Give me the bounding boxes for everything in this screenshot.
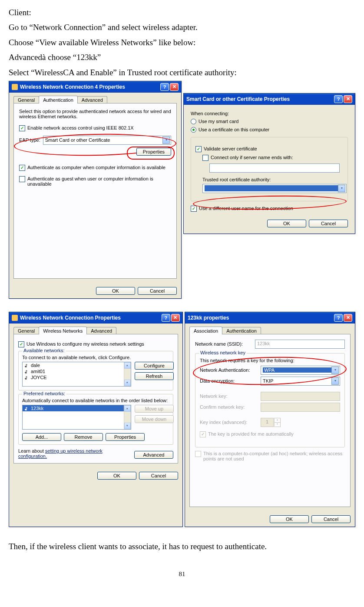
ok-button[interactable]: OK	[270, 515, 309, 523]
svg-point-2	[25, 378, 26, 380]
properties-button[interactable]: Properties	[106, 433, 145, 441]
radio-icon	[191, 119, 196, 124]
trusted-root-dropdown[interactable]: ▾	[202, 184, 347, 193]
move-down-button[interactable]: Move down	[135, 415, 174, 423]
ok-button[interactable]: OK	[96, 287, 135, 295]
checkbox-label: Connect only if server name ends with:	[211, 155, 293, 160]
scroll-down-icon[interactable]: ▾	[124, 380, 131, 386]
checkbox-auth-as-guest[interactable]: Authenticate as guest when user or compu…	[19, 176, 171, 187]
checkbox-icon: ✓	[18, 341, 24, 347]
page-number: 81	[9, 570, 355, 578]
confirm-key-input	[261, 403, 340, 412]
scroll-up-icon[interactable]: ▴	[124, 362, 131, 369]
tabs: General Wireless Networks Advanced	[13, 327, 178, 334]
checkbox-validate-cert[interactable]: ✓ Validate server certificate	[195, 146, 343, 152]
properties-button[interactable]: Properties	[136, 148, 171, 156]
checkbox-icon	[202, 155, 208, 161]
scroll-up-icon[interactable]: ▴	[124, 405, 131, 412]
trusted-root-label: Trusted root certificate authority:	[202, 177, 343, 182]
data-encryption-dropdown[interactable]: TKIP ▾	[261, 377, 340, 386]
list-item[interactable]: 123kk	[23, 405, 131, 411]
window-title: Smart Card or other Certificate Properti…	[186, 96, 290, 102]
help-icon[interactable]: ?	[334, 95, 343, 103]
ok-button[interactable]: OK	[97, 472, 136, 480]
tab-wireless-networks[interactable]: Wireless Networks	[39, 327, 87, 334]
window-title: 123kk properties	[188, 315, 229, 321]
chevron-down-icon: ▾	[331, 377, 339, 385]
tab-authentication[interactable]: Authentication	[222, 327, 261, 334]
advanced-button[interactable]: Advanced	[134, 451, 173, 459]
checkbox-connect-only-if[interactable]: Connect only if server name ends with:	[202, 155, 343, 161]
tab-association[interactable]: Association	[189, 327, 222, 334]
radio-label: Use my smart card	[199, 119, 238, 124]
list-item[interactable]: dale	[23, 362, 131, 368]
document-paragraph: Choose “View available Wireless Networks…	[9, 36, 355, 49]
checkbox-enable-8021x[interactable]: ✓ Enable network access control using IE…	[19, 125, 171, 131]
tab-general[interactable]: General	[13, 96, 39, 103]
preferred-networks-list[interactable]: 123kk ▴▾	[22, 405, 131, 430]
dialog-wireless-conn4-properties: Wireless Network Connection 4 Properties…	[9, 81, 182, 299]
tabs: General Authentication Advanced	[13, 96, 177, 103]
ok-button[interactable]: OK	[267, 220, 306, 227]
cancel-button[interactable]: Cancel	[138, 287, 177, 295]
checkbox-label: The key is provided for me automatically	[208, 431, 294, 437]
figure-row-1: Wireless Network Connection 4 Properties…	[9, 81, 355, 299]
key-index-label: Key index (advanced):	[200, 420, 261, 425]
add-button[interactable]: Add...	[22, 433, 61, 441]
document-paragraph: Client:	[9, 6, 355, 19]
scrollbar[interactable]: ▴▾	[124, 362, 131, 386]
server-name-input[interactable]	[209, 163, 340, 173]
document-paragraph: Select “WirelessCA and Enable” in Truste…	[9, 66, 355, 79]
help-icon[interactable]: ?	[334, 314, 343, 322]
checkbox-label: This is a computer-to-computer (ad hoc) …	[203, 451, 345, 461]
ssid-label: Network name (SSID):	[195, 341, 251, 347]
checkbox-label: Use Windows to configure my wireless net…	[26, 341, 144, 347]
configure-button[interactable]: Configure	[135, 362, 174, 370]
titlebar: Wireless Network Connection 4 Properties…	[9, 81, 181, 93]
fieldset-available-networks: Available networks: To connect to an ava…	[18, 351, 173, 390]
checkbox-use-windows-config[interactable]: ✓ Use Windows to configure my wireless n…	[18, 341, 173, 347]
checkbox-auth-as-computer[interactable]: ✓ Authenticate as computer when computer…	[19, 165, 171, 171]
remove-button[interactable]: Remove	[64, 433, 103, 441]
learn-about-text: Learn about setting up wireless network …	[18, 448, 114, 459]
dialog-smartcard-cert-properties: Smart Card or other Certificate Properti…	[183, 93, 355, 234]
help-icon[interactable]: ?	[160, 83, 169, 91]
cancel-button[interactable]: Cancel	[139, 472, 178, 480]
close-icon[interactable]: ✕	[344, 95, 352, 103]
radio-smart-card[interactable]: Use my smart card	[191, 119, 348, 124]
close-icon[interactable]: ✕	[171, 314, 180, 322]
list-item[interactable]: JOYCE	[23, 374, 131, 380]
move-up-button[interactable]: Move up	[135, 405, 174, 413]
checkbox-label: Authenticate as computer when computer i…	[27, 165, 165, 170]
cancel-button[interactable]: Cancel	[309, 220, 348, 227]
scroll-down-icon[interactable]: ▾	[124, 423, 131, 429]
refresh-button[interactable]: Refresh	[135, 372, 174, 380]
eap-type-dropdown[interactable]: Smart Card or other Certificate ▾	[43, 136, 171, 145]
chevron-down-icon: ▾	[331, 367, 339, 374]
dialog-wireless-conn-properties: Wireless Network Connection Properties ?…	[9, 312, 183, 527]
tab-advanced[interactable]: Advanced	[77, 96, 107, 103]
wnk-desc: This network requires a key for the foll…	[200, 358, 340, 363]
help-icon[interactable]: ?	[162, 314, 170, 322]
tab-advanced[interactable]: Advanced	[86, 327, 116, 334]
net-auth-dropdown[interactable]: WPA ▾	[261, 366, 340, 375]
figure-row-2: Wireless Network Connection Properties ?…	[9, 312, 355, 527]
scrollbar[interactable]: ▴▾	[124, 405, 131, 429]
tab-general[interactable]: General	[13, 327, 39, 334]
available-networks-list[interactable]: dale amit01 JOYCE ▴▾	[22, 362, 131, 387]
svg-point-0	[25, 366, 26, 367]
list-item[interactable]: amit01	[23, 368, 131, 374]
document-paragraph: Advancedà choose “123kk”	[9, 51, 355, 64]
radio-certificate[interactable]: Use a certificate on this computer	[191, 127, 348, 133]
close-icon[interactable]: ✕	[344, 314, 352, 322]
spinner-up-icon: ▴	[274, 418, 281, 423]
checkbox-label: Authenticate as guest when user or compu…	[27, 176, 171, 187]
radio-label: Use a certificate on this computer	[199, 127, 269, 132]
checkbox-different-username[interactable]: ✓ Use a different user name for the conn…	[191, 206, 348, 212]
cancel-button[interactable]: Cancel	[311, 515, 351, 523]
close-icon[interactable]: ✕	[170, 83, 179, 91]
tab-authentication[interactable]: Authentication	[39, 96, 78, 103]
ssid-input[interactable]: 123kk	[255, 340, 345, 349]
titlebar: Wireless Network Connection Properties ?…	[9, 312, 182, 324]
dropdown-value: TKIP	[263, 378, 273, 384]
